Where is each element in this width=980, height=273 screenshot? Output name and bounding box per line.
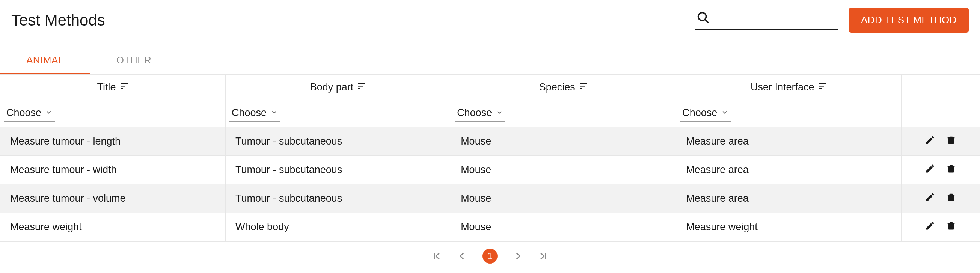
pagination-prev-button[interactable] xyxy=(457,251,468,261)
search-field-wrap[interactable] xyxy=(695,11,838,30)
cell-title: Measure tumour - width xyxy=(0,156,226,184)
trash-icon xyxy=(946,135,956,148)
cell-ui: Measure area xyxy=(676,127,902,156)
delete-button[interactable] xyxy=(946,221,956,233)
delete-button[interactable] xyxy=(946,192,956,205)
svg-rect-12 xyxy=(819,86,824,87)
edit-button[interactable] xyxy=(925,163,935,176)
pencil-icon xyxy=(925,192,935,205)
svg-rect-7 xyxy=(358,88,360,89)
svg-rect-6 xyxy=(358,86,363,87)
delete-button[interactable] xyxy=(946,135,956,148)
svg-line-1 xyxy=(705,19,708,22)
page-container: Test Methods ADD TEST METHOD ANIMAL OTHE… xyxy=(0,0,980,273)
cell-title: Measure tumour - volume xyxy=(0,184,226,213)
pencil-icon xyxy=(925,221,935,233)
sort-icon xyxy=(120,81,129,93)
col-header-body-part-label: Body part xyxy=(310,81,354,93)
sort-icon xyxy=(357,81,366,93)
page-header: Test Methods ADD TEST METHOD xyxy=(0,0,980,37)
chevron-down-icon xyxy=(496,107,503,119)
col-header-species-label: Species xyxy=(539,81,575,93)
pencil-icon xyxy=(925,135,935,148)
table-row: Measure tumour - lengthTumour - subcutan… xyxy=(0,127,980,156)
pencil-icon xyxy=(925,163,935,176)
cell-body-part: Whole body xyxy=(226,213,451,241)
sort-icon xyxy=(818,81,827,93)
table-row: Measure tumour - volumeTumour - subcutan… xyxy=(0,184,980,213)
cell-title: Measure weight xyxy=(0,213,226,241)
filter-title-select[interactable]: Choose xyxy=(4,106,55,122)
trash-icon xyxy=(946,163,956,176)
svg-point-0 xyxy=(698,13,706,20)
pagination: 1 xyxy=(0,241,980,273)
cell-actions xyxy=(902,213,980,241)
edit-button[interactable] xyxy=(925,135,935,148)
filter-title-label: Choose xyxy=(6,107,41,119)
svg-rect-13 xyxy=(819,88,821,89)
svg-rect-8 xyxy=(580,83,587,84)
cell-body-part: Tumour - subcutaneous xyxy=(226,127,451,156)
table-row: Measure weightWhole bodyMouseMeasure wei… xyxy=(0,213,980,241)
col-header-body-part[interactable]: Body part xyxy=(226,75,451,100)
cell-species: Mouse xyxy=(451,127,676,156)
edit-button[interactable] xyxy=(925,221,935,233)
cell-species: Mouse xyxy=(451,156,676,184)
search-icon xyxy=(695,11,710,26)
sort-icon xyxy=(579,81,588,93)
svg-rect-9 xyxy=(580,86,585,87)
col-header-ui[interactable]: User Interface xyxy=(676,75,902,100)
filter-ui-select[interactable]: Choose xyxy=(680,106,731,122)
page-title: Test Methods xyxy=(11,11,105,29)
pagination-first-button[interactable] xyxy=(431,251,442,261)
header-actions: ADD TEST METHOD xyxy=(695,8,969,33)
tab-other[interactable]: OTHER xyxy=(90,48,178,74)
filter-body-part-label: Choose xyxy=(232,107,267,119)
trash-icon xyxy=(946,192,956,205)
filter-species-select[interactable]: Choose xyxy=(455,106,505,122)
svg-rect-11 xyxy=(819,83,826,84)
cell-actions xyxy=(902,184,980,213)
add-test-method-button[interactable]: ADD TEST METHOD xyxy=(849,8,969,33)
cell-body-part: Tumour - subcutaneous xyxy=(226,184,451,213)
chevron-down-icon xyxy=(721,107,729,119)
chevron-down-icon xyxy=(45,107,52,119)
svg-rect-2 xyxy=(121,83,128,84)
col-header-ui-label: User Interface xyxy=(751,81,815,93)
cell-ui: Measure area xyxy=(676,184,902,213)
test-methods-table: Title Body part xyxy=(0,75,980,241)
chevron-down-icon xyxy=(270,107,278,119)
cell-ui: Measure area xyxy=(676,156,902,184)
cell-species: Mouse xyxy=(451,184,676,213)
search-input[interactable] xyxy=(710,13,838,26)
svg-rect-5 xyxy=(358,83,365,84)
col-header-title-label: Title xyxy=(97,81,116,93)
tab-bar: ANIMAL OTHER xyxy=(0,48,980,75)
pagination-last-button[interactable] xyxy=(538,251,549,261)
pagination-page-1[interactable]: 1 xyxy=(482,249,498,263)
tab-animal[interactable]: ANIMAL xyxy=(0,48,90,75)
svg-rect-3 xyxy=(121,86,126,87)
cell-ui: Measure weight xyxy=(676,213,902,241)
svg-rect-4 xyxy=(121,88,123,89)
trash-icon xyxy=(946,221,956,233)
delete-button[interactable] xyxy=(946,163,956,176)
col-header-actions xyxy=(902,75,980,100)
cell-actions xyxy=(902,127,980,156)
pagination-next-button[interactable] xyxy=(512,251,523,261)
filter-ui-label: Choose xyxy=(682,107,717,119)
filter-species-label: Choose xyxy=(457,107,492,119)
table-filter-row: Choose Choose xyxy=(0,100,980,127)
edit-button[interactable] xyxy=(925,192,935,205)
cell-species: Mouse xyxy=(451,213,676,241)
svg-rect-10 xyxy=(580,88,582,89)
cell-body-part: Tumour - subcutaneous xyxy=(226,156,451,184)
filter-body-part-select[interactable]: Choose xyxy=(229,106,280,122)
table-header-row: Title Body part xyxy=(0,75,980,100)
table-row: Measure tumour - widthTumour - subcutane… xyxy=(0,156,980,184)
cell-title: Measure tumour - length xyxy=(0,127,226,156)
col-header-species[interactable]: Species xyxy=(451,75,676,100)
cell-actions xyxy=(902,156,980,184)
col-header-title[interactable]: Title xyxy=(0,75,226,100)
